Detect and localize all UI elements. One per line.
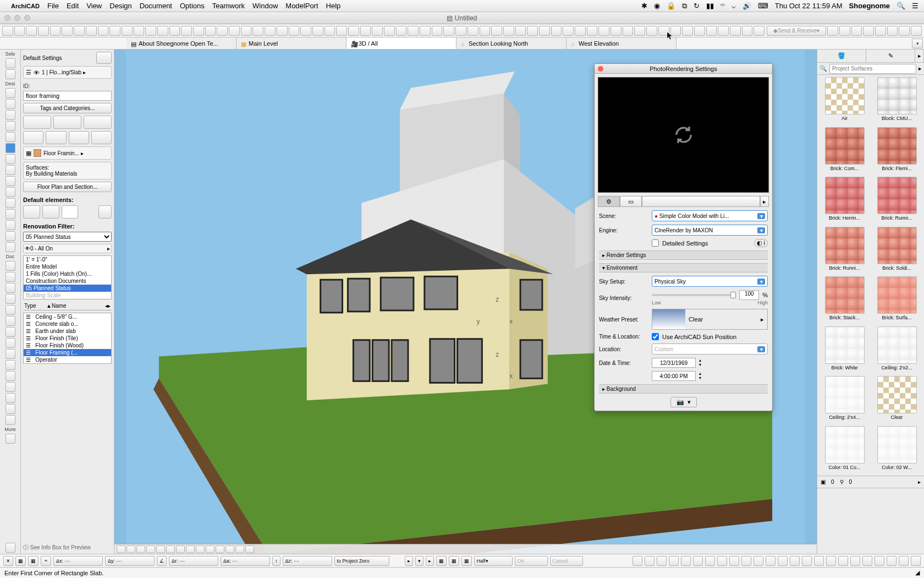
circle-tool[interactable] bbox=[6, 338, 15, 348]
coord-opt-4[interactable]: ▦ bbox=[436, 556, 447, 566]
toolbar-button[interactable] bbox=[863, 26, 874, 36]
view-tool-button[interactable] bbox=[127, 546, 135, 553]
coord-tool[interactable] bbox=[850, 556, 860, 566]
coord-opt-2[interactable]: ▾ bbox=[415, 556, 424, 566]
surfaces-dropdown[interactable]: ▸ bbox=[919, 65, 922, 72]
coord-tool[interactable] bbox=[899, 556, 909, 566]
toolbar-button[interactable] bbox=[98, 26, 109, 36]
view-tool-button[interactable] bbox=[235, 546, 244, 553]
view-tool-button[interactable] bbox=[136, 546, 145, 553]
tags-button[interactable]: Tags and Categories... bbox=[23, 103, 112, 113]
slab-tool[interactable] bbox=[6, 143, 15, 153]
time-input[interactable]: 4:00:00 PM bbox=[652, 371, 696, 381]
surface-item[interactable]: Air bbox=[820, 77, 870, 125]
environment-section[interactable]: ▾ Environment bbox=[599, 263, 768, 272]
tab-3d-all[interactable]: 🎥3D / All bbox=[346, 37, 457, 49]
coord-tool[interactable] bbox=[632, 556, 642, 566]
menu-window[interactable]: Window bbox=[252, 2, 278, 10]
coord-tool[interactable] bbox=[657, 556, 667, 566]
resize-grip[interactable]: ◢ bbox=[915, 569, 920, 576]
toolbar-button[interactable] bbox=[229, 26, 240, 36]
date-input[interactable]: 12/31/1969 bbox=[652, 358, 696, 368]
drawing-tool[interactable] bbox=[6, 360, 15, 370]
surface-item[interactable]: Clear bbox=[872, 376, 922, 424]
weather-select[interactable]: Clear▸ bbox=[685, 309, 767, 329]
worksheet-tool[interactable] bbox=[6, 404, 15, 414]
view-tool-button[interactable] bbox=[176, 546, 185, 553]
coord-snap[interactable]: ▦ bbox=[28, 556, 38, 566]
toolbar-button[interactable] bbox=[887, 26, 898, 36]
clock[interactable]: Thu Oct 22 11:59 AM bbox=[775, 2, 843, 10]
intensity-slider[interactable] bbox=[652, 294, 736, 296]
coord-tool[interactable] bbox=[802, 556, 812, 566]
construction-method-4[interactable] bbox=[91, 131, 112, 144]
toolbar-button[interactable] bbox=[718, 26, 729, 36]
scene-select[interactable]: ● Simple Color Model with Li... bbox=[652, 210, 768, 221]
timemachine-icon[interactable]: ↻ bbox=[694, 2, 700, 10]
door-tool[interactable] bbox=[6, 99, 15, 109]
coord-half[interactable]: Half ▾ bbox=[474, 556, 513, 566]
toolbar-button[interactable] bbox=[839, 26, 850, 36]
polyline-tool[interactable] bbox=[6, 349, 15, 359]
notification-icon[interactable]: ☰ bbox=[912, 2, 919, 10]
toolbar-button[interactable] bbox=[575, 26, 586, 36]
toolbar-button[interactable] bbox=[181, 26, 192, 36]
coord-tool[interactable] bbox=[838, 556, 848, 566]
toolbar-button[interactable] bbox=[300, 26, 311, 36]
coord-tool[interactable] bbox=[645, 556, 654, 566]
toolbar-button[interactable] bbox=[730, 26, 741, 36]
tab-main-level[interactable]: ▦Main Level bbox=[237, 37, 346, 49]
detail-tool[interactable] bbox=[6, 393, 15, 403]
coord-tool[interactable] bbox=[814, 556, 824, 566]
sun-position-checkbox[interactable] bbox=[652, 333, 659, 340]
toolbar-button[interactable] bbox=[384, 26, 395, 36]
coord-tool[interactable] bbox=[790, 556, 800, 566]
coord-tool[interactable] bbox=[729, 556, 739, 566]
section-tool[interactable] bbox=[6, 371, 15, 381]
toolbar-button[interactable] bbox=[324, 26, 336, 36]
background-section[interactable]: ▸ Background bbox=[599, 384, 768, 394]
menu-help[interactable]: Help bbox=[326, 2, 341, 10]
detailed-checkbox[interactable] bbox=[652, 239, 659, 247]
toolbar-button[interactable] bbox=[754, 26, 765, 36]
toolbar-button[interactable] bbox=[265, 26, 276, 36]
coord-tool[interactable] bbox=[826, 556, 836, 566]
surface-item[interactable]: Brick: Soldi... bbox=[872, 227, 922, 275]
toolbar-button[interactable] bbox=[468, 26, 479, 36]
surface-item[interactable]: Ceiling: 2'x4... bbox=[820, 376, 870, 424]
toolbar-button[interactable] bbox=[658, 26, 669, 36]
toolbar-button[interactable] bbox=[396, 26, 407, 36]
ok-button[interactable]: OK bbox=[515, 556, 548, 566]
default-element-1[interactable] bbox=[23, 205, 40, 219]
toolbar-button[interactable] bbox=[38, 26, 49, 36]
zone-tool[interactable] bbox=[6, 231, 15, 241]
label-tool[interactable] bbox=[6, 294, 15, 304]
surface-item[interactable]: Brick: Com... bbox=[820, 127, 870, 175]
eye-icon[interactable]: 👁 bbox=[34, 69, 40, 76]
coord-tool[interactable] bbox=[778, 556, 788, 566]
view-tool-button[interactable] bbox=[226, 546, 234, 553]
toolbar-button[interactable] bbox=[336, 26, 347, 36]
type-header[interactable]: Type bbox=[24, 303, 46, 309]
render-preview[interactable] bbox=[598, 77, 769, 193]
surface-item[interactable]: Brick: Flemi... bbox=[872, 127, 922, 175]
send-receive-button[interactable]: ◆ Send & Receive ▾ bbox=[767, 26, 826, 36]
surfaces-tab-more[interactable]: ▸ bbox=[915, 50, 924, 62]
more-tool[interactable] bbox=[6, 434, 15, 444]
menuextra-icon[interactable]: ✱ bbox=[641, 2, 647, 10]
surface-item[interactable]: Brick: Runni... bbox=[872, 177, 922, 225]
toolbar-button[interactable] bbox=[205, 26, 216, 36]
toolbar-button[interactable] bbox=[289, 26, 300, 36]
toolbar-button[interactable] bbox=[455, 26, 466, 36]
roof-tool[interactable] bbox=[6, 165, 15, 175]
coord-angle[interactable]: ∠ bbox=[157, 556, 167, 566]
toolbar-button[interactable] bbox=[491, 26, 502, 36]
lock-icon[interactable]: 🔒 bbox=[667, 2, 675, 10]
toolbar-button[interactable] bbox=[827, 26, 838, 36]
toolbar-button[interactable] bbox=[169, 26, 180, 36]
toolbar-button[interactable] bbox=[241, 26, 252, 36]
view-tool-button[interactable] bbox=[245, 546, 254, 553]
renovation-filter-select[interactable]: 05 Planned Status bbox=[23, 232, 112, 242]
name-header[interactable]: Name bbox=[52, 303, 105, 309]
wall-tool[interactable] bbox=[6, 88, 15, 98]
